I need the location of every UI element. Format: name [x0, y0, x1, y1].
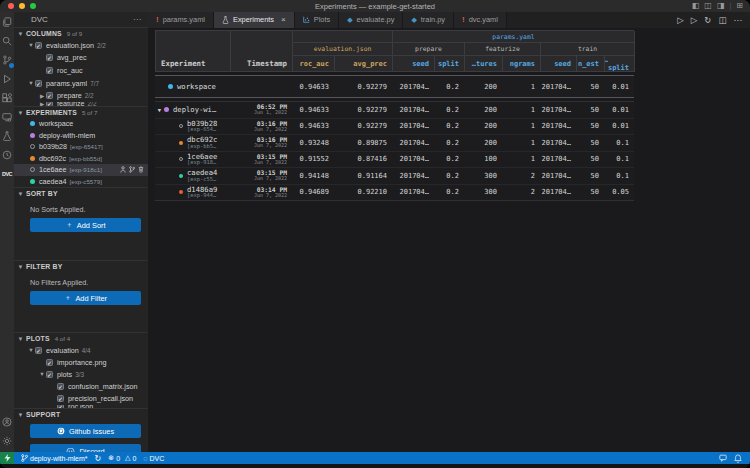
toggle-secondary-sidebar-icon[interactable]: ◨ [717, 2, 725, 10]
checkbox-checked[interactable]: ✓ [46, 67, 53, 74]
tab-dvc-yaml[interactable]: !dvc.yaml [454, 11, 507, 28]
apply-icon[interactable] [120, 166, 126, 173]
more-actions-icon[interactable]: ⋯ [734, 15, 743, 25]
header-avg_prec[interactable]: avg_prec [335, 56, 393, 72]
experiment-item-b039b28[interactable]: b039b28[exp-65417] [14, 141, 148, 153]
table-row-deploy-wi-[interactable]: ▼deploy-wi…06:52 PMJun 1, 20220.946330.9… [155, 102, 634, 119]
experiment-item-1ce6aee[interactable]: 1ce6aee[exp-918c1] [14, 164, 148, 176]
header-n_est[interactable]: n_est [577, 56, 605, 72]
history-icon[interactable]: ↻ [704, 15, 711, 25]
section-columns-header[interactable]: ▼ COLUMNS 9 of 9 [14, 27, 148, 39]
branch-icon[interactable] [129, 166, 135, 173]
experiment-cell[interactable]: b039b28[exp-654… [155, 119, 230, 135]
feedback-icon[interactable] [719, 454, 727, 462]
problems-status-item[interactable]: ⊗ 0 △ 0 [108, 454, 136, 462]
tab-params-yaml[interactable]: !params.yaml [148, 11, 214, 28]
activity-remote-explorer-icon[interactable] [0, 107, 14, 126]
activity-timeline-icon[interactable] [0, 145, 14, 164]
minimize-window-button[interactable] [19, 3, 25, 9]
checkbox-checked[interactable]: ✓ [57, 383, 64, 390]
checkbox-checked[interactable]: ✓ [57, 395, 64, 402]
activity-run-debug-icon[interactable] [0, 69, 14, 88]
tree-item-evaluation[interactable]: ▼✓evaluation4/4 [14, 344, 148, 356]
checkbox-checked[interactable]: ✓ [46, 359, 53, 366]
activity-search-icon[interactable] [0, 31, 14, 50]
header-prepare[interactable]: prepare [393, 43, 465, 56]
remote-indicator[interactable] [0, 452, 14, 464]
close-window-button[interactable] [8, 3, 14, 9]
header-seed[interactable]: seed [393, 56, 435, 72]
activity-explorer-icon[interactable] [0, 12, 14, 31]
tab-plots[interactable]: Plots [295, 11, 339, 28]
customize-layout-icon[interactable]: ⊞ [736, 2, 743, 10]
section-filter-header[interactable]: ▼ FILTER BY [14, 260, 148, 272]
header-featurize[interactable]: featurize [465, 43, 541, 56]
table-row-workspace[interactable]: workspace0.946330.92279201704…0.22001201… [155, 75, 634, 98]
table-row-dbc692c[interactable]: dbc692c[exp-bb5…03:16 PMJun 7, 20220.932… [155, 135, 634, 152]
experiment-cell[interactable]: d1486a9[exp-944… [155, 185, 230, 201]
table-row-1ce6aee[interactable]: 1ce6aee[exp-918…03:15 PMJun 7, 20220.915… [155, 152, 634, 169]
tree-item-plots[interactable]: ▼✓plots3/3 [14, 368, 148, 380]
split-editor-icon[interactable]: ◫ [718, 15, 726, 25]
checkbox-checked[interactable]: ✓ [35, 80, 42, 87]
tree-item-evaluation-json[interactable]: ▼✓evaluation.json2/2 [14, 39, 148, 52]
header-params.yaml[interactable]: params.yaml [393, 31, 635, 43]
add-filter-button[interactable]: ＋ Add Filter [30, 291, 141, 305]
activity-settings-icon[interactable] [0, 431, 14, 450]
table-row-d1486a9[interactable]: d1486a9[exp-944…03:14 PMJun 7, 20220.946… [155, 185, 634, 201]
run-all-icon[interactable]: ▷ [691, 15, 698, 25]
header-evaluation.json[interactable]: evaluation.json [293, 43, 393, 56]
tree-item-params-yaml[interactable]: ▼✓params.yaml7/7 [14, 77, 148, 90]
header-…tures[interactable]: …tures [465, 56, 503, 72]
notifications-bell-icon[interactable] [734, 454, 742, 463]
close-tab-icon[interactable]: × [281, 15, 286, 24]
activity-extensions-icon[interactable] [0, 88, 14, 107]
tab-train-py[interactable]: ◆train.py [403, 11, 454, 28]
checkbox-checked[interactable]: ✓ [35, 347, 42, 354]
checkbox-checked[interactable]: ✓ [46, 92, 53, 99]
header-roc_auc[interactable]: roc_auc [293, 56, 335, 72]
checkbox-checked[interactable]: ✓ [46, 371, 53, 378]
checkbox-checked[interactable]: ✓ [35, 42, 42, 49]
tab-experiments[interactable]: Experiments× [214, 11, 295, 28]
chevron-down-icon[interactable]: ▼ [155, 107, 164, 113]
tree-item-avg-prec[interactable]: ✓avg_prec [14, 52, 148, 65]
sync-status-item[interactable]: ↻ [95, 454, 102, 463]
github-issues-button[interactable]: Github Issues [30, 424, 141, 438]
header-train[interactable]: train [541, 43, 635, 56]
activity-testing-icon[interactable] [0, 126, 14, 145]
run-experiment-icon[interactable]: ▷ [677, 15, 684, 25]
header-split[interactable]: split [435, 56, 465, 72]
tree-item-precision-recall-json[interactable]: ✓precision_recall.json [14, 393, 148, 405]
branch-status-item[interactable]: deploy-with-mlem* [21, 454, 88, 462]
toggle-primary-sidebar-icon[interactable]: ◧ [692, 2, 700, 10]
more-actions-icon[interactable]: ⋯ [133, 15, 142, 24]
experiment-cell[interactable]: 1ce6aee[exp-918… [155, 152, 230, 168]
zoom-window-button[interactable] [30, 3, 36, 9]
tree-item-confusion-matrix-json[interactable]: ✓confusion_matrix.json [14, 381, 148, 393]
section-experiments-header[interactable]: ▼ EXPERIMENTS 5 of 7 [14, 106, 148, 118]
toggle-panel-icon[interactable]: ◫ [704, 2, 712, 10]
experiment-cell[interactable]: workspace [155, 76, 230, 97]
table-row-b039b28[interactable]: b039b28[exp-654…03:16 PMJun 7, 20220.946… [155, 119, 634, 136]
activity-dvc-icon[interactable]: DVC [0, 164, 14, 183]
header-…_split[interactable]: …_split [605, 56, 635, 72]
header-ngrams[interactable]: ngrams [503, 56, 541, 72]
checkbox-checked[interactable]: ✓ [57, 405, 64, 408]
tree-item-roc-auc[interactable]: ✓roc_auc [14, 64, 148, 77]
section-plots-header[interactable]: ▼ PLOTS 4 of 4 [14, 332, 148, 344]
experiment-item-caedea4[interactable]: caedea4[exp-c5579] [14, 176, 148, 188]
activity-source-control-icon[interactable] [0, 50, 14, 69]
discord-button[interactable]: Discord [30, 444, 141, 452]
add-sort-button[interactable]: ＋ Add Sort [30, 218, 141, 232]
tree-item-importance-png[interactable]: ✓importance.png [14, 356, 148, 368]
experiment-cell[interactable]: ▼deploy-wi… [155, 102, 230, 118]
table-row-caedea4[interactable]: caedea4[exp-c55…03:15 PMJun 7, 20220.941… [155, 168, 634, 185]
header-Timestamp[interactable]: Timestamp [231, 31, 293, 72]
tab-evaluate-py[interactable]: ◆evaluate.py [339, 11, 403, 28]
activity-account-icon[interactable] [0, 412, 14, 431]
section-sort-header[interactable]: ▼ SORT BY [14, 187, 148, 199]
dvc-status-item[interactable]: ◌ DVC [143, 455, 164, 462]
section-support-header[interactable]: ▼ SUPPORT [14, 408, 148, 420]
header-seed[interactable]: seed [541, 56, 577, 72]
